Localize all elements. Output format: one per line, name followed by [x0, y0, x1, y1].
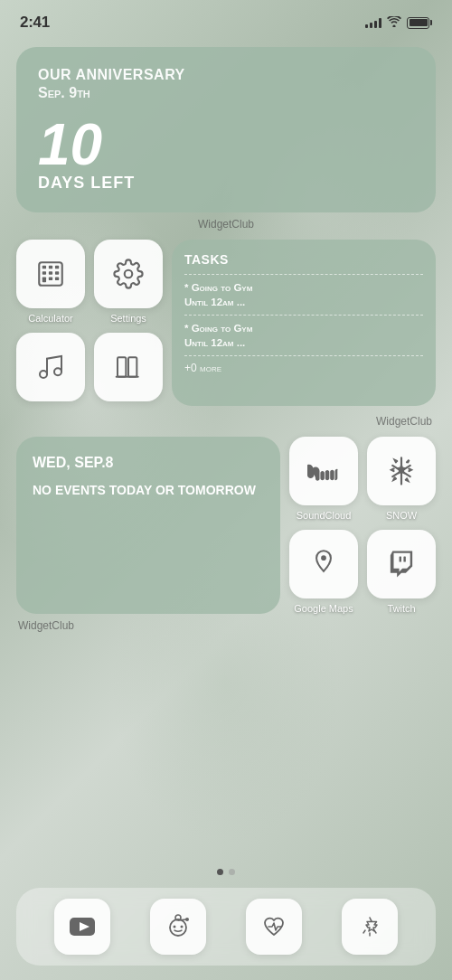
- widgetclub-row-2: WidgetClub: [16, 415, 436, 428]
- wifi-icon: [387, 16, 401, 30]
- status-bar: 2:41: [0, 0, 452, 40]
- task-divider-1: [184, 274, 423, 275]
- snow-label: SNOW: [386, 510, 417, 521]
- app-twitch[interactable]: Twitch: [367, 530, 436, 614]
- home-content: Our Anniversary Sep. 9th 10 Days Left Wi…: [0, 40, 452, 863]
- anniversary-widget[interactable]: Our Anniversary Sep. 9th 10 Days Left: [16, 47, 436, 212]
- widgetclub-label-2: WidgetClub: [376, 415, 432, 428]
- googlemaps-label: Google Maps: [294, 603, 353, 614]
- settings-icon-bg[interactable]: [94, 240, 163, 308]
- svg-point-15: [321, 555, 326, 561]
- svg-rect-8: [49, 278, 52, 281]
- app-library[interactable]: [94, 333, 163, 406]
- widgetclub-label-1: WidgetClub: [16, 218, 436, 231]
- svg-rect-2: [49, 266, 52, 269]
- soundcloud-icon-bg[interactable]: [289, 437, 358, 505]
- page-dot-2: [229, 869, 235, 875]
- health-icon: [261, 914, 287, 939]
- app-soundcloud[interactable]: SoundCloud: [289, 437, 358, 521]
- dock-appstore[interactable]: [342, 899, 398, 955]
- days-label: Days Left: [38, 174, 414, 193]
- app-col-right: SoundCloud SNOW: [289, 437, 436, 614]
- days-number: 10: [38, 116, 414, 174]
- svg-rect-6: [55, 271, 59, 275]
- svg-point-20: [170, 919, 186, 936]
- snow-symbol: [388, 456, 415, 486]
- gear-symbol: [113, 259, 144, 289]
- home-screen: 2:41 Our Anniversa: [0, 0, 452, 980]
- app-calculator[interactable]: Calculator: [16, 240, 85, 324]
- task-item-1: * Going to GymUntil 12am ...: [184, 280, 423, 309]
- library-icon-bg[interactable]: [94, 333, 163, 401]
- tasks-widget[interactable]: Tasks * Going to GymUntil 12am ... * Goi…: [172, 240, 436, 406]
- svg-point-10: [40, 371, 47, 378]
- svg-rect-9: [55, 278, 59, 281]
- cal-day: Wed, Sep.8: [33, 455, 264, 471]
- calculator-symbol: [35, 259, 66, 289]
- twitch-label: Twitch: [387, 603, 415, 614]
- soundcloud-label: SoundCloud: [297, 510, 352, 521]
- tasks-title: Tasks: [184, 252, 423, 267]
- reddit-icon: [165, 913, 192, 940]
- youtube-icon: [70, 918, 95, 936]
- widgetclub-label-3: WidgetClub: [16, 619, 436, 632]
- app-row-top: SoundCloud SNOW: [289, 437, 436, 521]
- dock-health[interactable]: [246, 899, 302, 955]
- status-icons: [365, 16, 432, 30]
- svg-rect-7: [42, 278, 46, 283]
- app-grid: Calculator Settings: [16, 240, 163, 406]
- googlemaps-icon-bg[interactable]: [289, 530, 358, 598]
- svg-rect-17: [400, 557, 401, 562]
- maps-symbol: [311, 549, 336, 580]
- task-item-2: * Going to GymUntil 12am ...: [184, 321, 423, 350]
- dock-youtube[interactable]: [54, 899, 110, 955]
- task-divider-3: [184, 355, 423, 356]
- anniversary-title: Our Anniversary: [38, 67, 414, 83]
- svg-rect-12: [118, 357, 126, 376]
- row-apps-tasks: Calculator Settings: [16, 240, 436, 406]
- page-dot-1: [217, 869, 223, 875]
- svg-rect-16: [403, 557, 405, 562]
- calculator-icon-bg[interactable]: [16, 240, 85, 308]
- status-time: 2:41: [20, 14, 50, 32]
- signal-icon: [365, 17, 381, 28]
- settings-label: Settings: [110, 313, 146, 324]
- app-snow[interactable]: SNOW: [367, 437, 436, 521]
- app-settings[interactable]: Settings: [94, 240, 163, 324]
- svg-point-11: [54, 368, 61, 375]
- tasks-more: +0 more: [184, 362, 423, 374]
- library-symbol: [114, 353, 143, 382]
- dock-reddit[interactable]: [150, 899, 206, 955]
- music-icon-bg[interactable]: [16, 333, 85, 401]
- svg-rect-5: [49, 271, 52, 275]
- svg-rect-13: [128, 357, 137, 376]
- snow-icon-bg[interactable]: [367, 437, 436, 505]
- svg-rect-3: [55, 266, 59, 269]
- battery-icon: [407, 17, 432, 29]
- svg-point-22: [174, 926, 176, 928]
- app-icons-group: Calculator Settings: [16, 240, 163, 406]
- soundcloud-symbol: [307, 461, 340, 481]
- svg-rect-4: [42, 271, 46, 275]
- music-symbol: [36, 353, 65, 382]
- dock: [16, 888, 436, 966]
- anniversary-date: Sep. 9th: [38, 85, 414, 101]
- app-row-bottom: Google Maps Twitch: [289, 530, 436, 614]
- calendar-widget[interactable]: Wed, Sep.8 No events today or tomorrow: [16, 437, 280, 614]
- task-divider-2: [184, 315, 423, 316]
- calculator-label: Calculator: [28, 313, 73, 324]
- app-googlemaps[interactable]: Google Maps: [289, 530, 358, 614]
- twitch-icon-bg[interactable]: [367, 530, 436, 598]
- app-music[interactable]: [16, 333, 85, 406]
- svg-rect-1: [42, 266, 46, 269]
- cal-no-events: No events today or tomorrow: [33, 482, 264, 500]
- svg-point-23: [181, 926, 184, 928]
- twitch-symbol: [388, 549, 415, 580]
- appstore-icon: [357, 914, 382, 939]
- page-indicator: [0, 863, 452, 881]
- row-calendar-apps: Wed, Sep.8 No events today or tomorrow S…: [16, 437, 436, 614]
